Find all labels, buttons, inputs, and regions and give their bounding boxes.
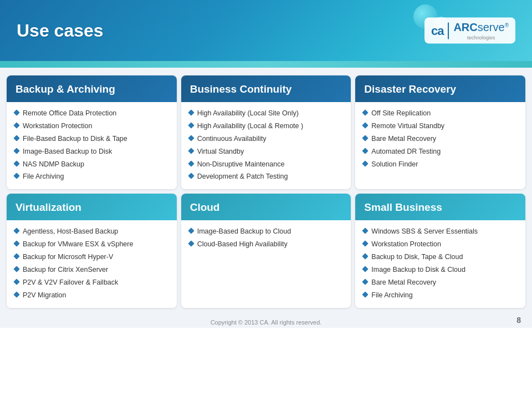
card-disaster-recovery: Disaster Recovery Off Site Replication R… (355, 75, 525, 189)
bullet-icon (362, 266, 369, 272)
bullet-icon (13, 240, 19, 246)
footer: Copyright © 2013 CA. All rights reserved… (0, 312, 532, 328)
card-business-continuity-body: High Availability (Local Site Only) High… (181, 102, 351, 189)
list-item: High Availability (Local Site Only) (189, 109, 344, 118)
list-item: File Archiving (14, 172, 169, 181)
list-item: High Availability (Local & Remote ) (189, 121, 344, 131)
bullet-icon (362, 160, 369, 166)
card-disaster-recovery-header: Disaster Recovery (355, 75, 525, 102)
bullet-icon (13, 122, 19, 128)
card-small-business: Small Business Windows SBS & Server Esse… (355, 194, 525, 307)
bullet-icon (362, 228, 369, 234)
main-content: Backup & Archiving Remote Office Data Pr… (0, 68, 532, 312)
logo-registered: ® (505, 22, 509, 28)
top-grid: Backup & Archiving Remote Office Data Pr… (7, 75, 525, 189)
list-item: Development & Patch Testing (189, 172, 344, 181)
card-cloud-header: Cloud (181, 194, 351, 220)
logo: ca ARCserve® technologies (424, 18, 515, 44)
page-title: Use cases (17, 21, 104, 41)
bullet-icon (13, 135, 19, 141)
list-item: Solution Finder (363, 160, 518, 169)
bullet-icon (188, 173, 194, 179)
logo-ca-text: ca (431, 23, 443, 38)
list-item: Bare Metal Recovery (363, 278, 518, 287)
list-item: Automated DR Testing (363, 147, 518, 156)
list-item: Non-Disruptive Maintenance (189, 160, 344, 169)
bottom-grid: Virtualization Agentless, Host-Based Bac… (7, 194, 525, 307)
list-item: Windows SBS & Server Essentials (363, 227, 518, 236)
card-backup-archiving-body: Remote Office Data Protection Workstatio… (7, 102, 177, 189)
list-item: Workstation Protection (363, 240, 518, 249)
bullet-icon (13, 291, 19, 297)
card-cloud: Cloud Image-Based Backup to Cloud Cloud-… (181, 194, 351, 307)
bullet-icon (188, 160, 194, 166)
bullet-icon (362, 109, 369, 115)
list-item: Backup for Microsoft Hyper-V (14, 252, 169, 262)
bullet-icon (13, 266, 19, 272)
list-item: Image-Based Backup to Disk (14, 147, 169, 156)
list-item: Bare Metal Recovery (363, 134, 518, 144)
bullet-icon (13, 173, 19, 179)
card-small-business-header: Small Business (355, 194, 525, 220)
bullet-icon (362, 253, 369, 259)
list-item: Workstation Protection (14, 121, 169, 131)
list-item: NAS NDMP Backup (14, 160, 169, 169)
list-item: Backup for VMware ESX & vSphere (14, 240, 169, 249)
card-cloud-body: Image-Based Backup to Cloud Cloud-Based … (181, 220, 351, 257)
bullet-icon (362, 278, 369, 285)
header: Use cases ca ARCserve® technologies (0, 0, 532, 61)
list-item: Continuous Availability (189, 134, 344, 144)
bullet-icon (188, 240, 194, 246)
list-item: Virtual Standby (189, 147, 344, 156)
bullet-icon (188, 122, 194, 128)
bullet-icon (188, 228, 194, 234)
bullet-icon (13, 160, 19, 166)
list-item: P2V & V2V Failover & Failback (14, 278, 169, 287)
card-business-continuity: Business Continuity High Availability (L… (181, 75, 351, 189)
card-virtualization-header: Virtualization (7, 194, 177, 220)
logo-arcserve: ARCserve® technologies (453, 21, 509, 40)
bullet-icon (13, 148, 19, 154)
list-item: Off Site Replication (363, 109, 518, 118)
logo-arc-text: ARC (453, 21, 477, 33)
card-virtualization-body: Agentless, Host-Based Backup Backup for … (7, 220, 177, 307)
footer-copyright: Copyright © 2013 CA. All rights reserved… (0, 316, 532, 328)
page-number: 8 (516, 316, 521, 325)
card-small-business-body: Windows SBS & Server Essentials Workstat… (355, 220, 525, 307)
list-item: Backup for Citrix XenServer (14, 265, 169, 275)
bullet-icon (188, 109, 194, 115)
bullet-icon (362, 148, 369, 154)
bullet-icon (362, 122, 369, 128)
card-virtualization: Virtualization Agentless, Host-Based Bac… (7, 194, 177, 307)
list-item: Remote Virtual Standby (363, 121, 518, 131)
list-item: File-Based Backup to Disk & Tape (14, 134, 169, 144)
logo-serve-text: serve (478, 21, 505, 33)
logo-tech-text: technologies (453, 35, 509, 40)
list-item: Cloud-Based High Availability (189, 240, 344, 249)
logo-divider (448, 22, 449, 39)
list-item: Agentless, Host-Based Backup (14, 227, 169, 236)
bullet-icon (362, 291, 369, 297)
bullet-icon (13, 109, 19, 115)
bullet-icon (13, 278, 19, 285)
list-item: Remote Office Data Protection (14, 109, 169, 118)
bullet-icon (13, 253, 19, 259)
card-backup-archiving: Backup & Archiving Remote Office Data Pr… (7, 75, 177, 189)
list-item: File Archiving (363, 291, 518, 300)
card-business-continuity-header: Business Continuity (181, 75, 351, 102)
card-disaster-recovery-body: Off Site Replication Remote Virtual Stan… (355, 102, 525, 176)
teal-accent-bar (0, 61, 532, 68)
bullet-icon (188, 148, 194, 154)
bullet-icon (13, 228, 19, 234)
list-item: Backup to Disk, Tape & Cloud (363, 252, 518, 262)
bullet-icon (188, 135, 194, 141)
bullet-icon (362, 240, 369, 246)
bullet-icon (362, 135, 369, 141)
card-backup-archiving-header: Backup & Archiving (7, 75, 177, 102)
list-item: Image Backup to Disk & Cloud (363, 265, 518, 275)
list-item: Image-Based Backup to Cloud (189, 227, 344, 236)
logo-box: ca ARCserve® technologies (424, 18, 515, 44)
list-item: P2V Migration (14, 291, 169, 300)
